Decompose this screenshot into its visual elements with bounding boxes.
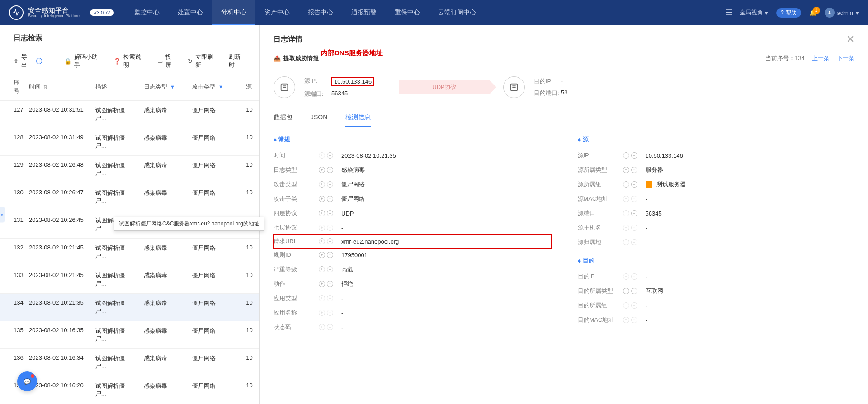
table-row[interactable]: 1352023-08-02 10:16:35试图解析僵尸...感染病毒僵尸网络1… xyxy=(0,321,259,349)
plus-icon[interactable]: + xyxy=(319,295,325,301)
table-row[interactable]: 1322023-08-02 10:21:45试图解析僵尸...感染病毒僵尸网络1… xyxy=(0,239,259,266)
nav-item[interactable]: 资产中心 xyxy=(255,0,299,25)
plus-icon[interactable]: + xyxy=(623,225,629,231)
column-logtype[interactable]: 日志类型▼ xyxy=(139,79,188,95)
dst-ip-label: 目的IP: xyxy=(534,77,561,85)
nav-item[interactable]: 监控中心 xyxy=(125,0,169,25)
nav-item[interactable]: 报告中心 xyxy=(299,0,342,25)
table-row[interactable]: 1332023-08-02 10:21:45试图解析僵尸...感染病毒僵尸网络1… xyxy=(0,266,259,294)
plus-icon[interactable]: + xyxy=(319,181,325,188)
tab[interactable]: 数据包 xyxy=(274,109,292,127)
notifications-button[interactable]: 🔔1 xyxy=(809,9,816,16)
plus-icon[interactable]: + xyxy=(319,152,325,159)
nav-item[interactable]: 通报预警 xyxy=(342,0,386,25)
plus-icon[interactable]: + xyxy=(623,196,629,202)
prev-button[interactable]: 上一条 xyxy=(812,54,830,62)
extract-threat-button[interactable]: 📤提取威胁情报 xyxy=(274,54,319,62)
table-row[interactable]: 1272023-08-02 10:31:51试图解析僵尸...感染病毒僵尸网络1… xyxy=(0,101,259,128)
flow-diagram: 源IP: 10.50.133.146 源端口: 56345 UDP协议 目的IP… xyxy=(274,68,854,106)
plus-icon[interactable]: + xyxy=(319,310,325,316)
plus-icon[interactable]: + xyxy=(623,167,629,173)
nav-item[interactable]: 重保中心 xyxy=(386,0,429,25)
minus-icon[interactable]: − xyxy=(327,167,333,173)
global-view-dropdown[interactable]: 全局视角 ▾ xyxy=(740,9,768,17)
minus-icon[interactable]: − xyxy=(327,238,333,244)
nav-item[interactable]: 云端订阅中心 xyxy=(429,0,485,25)
kv-row: 源归属地+− xyxy=(578,235,855,249)
export-button[interactable]: ⇪导出i xyxy=(14,53,42,69)
nav-item[interactable]: 分析中心 xyxy=(212,0,255,25)
plus-icon[interactable]: + xyxy=(623,210,629,216)
nav-more-icon[interactable]: ☰ xyxy=(719,8,740,18)
plus-icon[interactable]: + xyxy=(319,266,325,272)
minus-icon[interactable]: − xyxy=(327,196,333,202)
plus-icon[interactable]: + xyxy=(319,324,325,330)
plus-icon[interactable]: + xyxy=(319,167,325,173)
minus-icon[interactable]: − xyxy=(327,310,333,316)
nav-item[interactable]: 处置中心 xyxy=(169,0,212,25)
minus-icon[interactable]: − xyxy=(631,181,637,188)
column-atktype[interactable]: 攻击类型▼ xyxy=(188,79,241,95)
table-row[interactable]: 1342023-08-02 10:21:35试图解析僵尸...感染病毒僵尸网络1… xyxy=(0,294,259,321)
plus-icon[interactable]: + xyxy=(623,152,629,159)
table-row[interactable]: 1372023-08-02 10:16:20试图解析僵尸...感染病毒僵尸网络1… xyxy=(0,376,259,404)
minus-icon[interactable]: − xyxy=(631,239,637,245)
table-row[interactable]: 1302023-08-02 10:26:47试图解析僵尸...感染病毒僵尸网络1… xyxy=(0,183,259,211)
decode-button[interactable]: 🔒解码小助手 xyxy=(64,53,103,69)
minus-icon[interactable]: − xyxy=(631,210,637,216)
plus-icon[interactable]: + xyxy=(623,317,629,323)
kv-value: - xyxy=(341,225,343,231)
expand-handle[interactable]: » xyxy=(0,207,5,223)
plus-icon[interactable]: + xyxy=(319,196,325,202)
minus-icon[interactable]: − xyxy=(327,324,333,330)
minus-icon[interactable]: − xyxy=(631,196,637,202)
plus-icon[interactable]: + xyxy=(319,210,325,216)
minus-icon[interactable]: − xyxy=(327,210,333,216)
kv-row: 源主机名+−- xyxy=(578,221,855,235)
column-desc[interactable]: 描述 xyxy=(91,79,139,95)
plus-icon[interactable]: + xyxy=(319,238,325,244)
minus-icon[interactable]: − xyxy=(327,266,333,272)
minus-icon[interactable]: − xyxy=(631,273,637,280)
minus-icon[interactable]: − xyxy=(631,288,637,294)
plus-icon[interactable]: + xyxy=(623,302,629,309)
minus-icon[interactable]: − xyxy=(327,225,333,231)
table-row[interactable]: 1292023-08-02 10:26:48试图解析僵尸...感染病毒僵尸网络1… xyxy=(0,156,259,183)
chat-button[interactable]: 💬 xyxy=(17,371,37,391)
plus-icon[interactable]: + xyxy=(623,273,629,280)
user-menu[interactable]: admin ▾ xyxy=(825,8,859,18)
minus-icon[interactable]: − xyxy=(631,317,637,323)
refresh-button[interactable]: ↻立即刷新 xyxy=(188,53,218,69)
filter-icon[interactable]: ▼ xyxy=(218,84,223,89)
minus-icon[interactable]: − xyxy=(327,252,333,258)
minus-icon[interactable]: − xyxy=(631,152,637,159)
plus-icon[interactable]: + xyxy=(319,252,325,258)
plus-icon[interactable]: + xyxy=(319,281,325,287)
close-button[interactable]: ✕ xyxy=(846,33,854,45)
table-row[interactable]: 1362023-08-02 10:16:34试图解析僵尸...感染病毒僵尸网络1… xyxy=(0,349,259,376)
minus-icon[interactable]: − xyxy=(327,295,333,301)
tab[interactable]: 检测信息 xyxy=(345,109,371,127)
minus-icon[interactable]: − xyxy=(631,167,637,173)
tab[interactable]: JSON xyxy=(311,109,327,127)
help-button[interactable]: ? 帮助 xyxy=(776,8,801,18)
plus-icon[interactable]: + xyxy=(623,288,629,294)
filter-icon[interactable]: ▼ xyxy=(170,84,175,89)
minus-icon[interactable]: − xyxy=(327,281,333,287)
next-button[interactable]: 下一条 xyxy=(837,54,854,62)
table-row[interactable]: 1282023-08-02 10:31:49试图解析僵尸...感染病毒僵尸网络1… xyxy=(0,128,259,156)
minus-icon[interactable]: − xyxy=(327,152,333,159)
search-help-button[interactable]: ❓检索说明 xyxy=(113,53,146,69)
column-seq[interactable]: 序号 xyxy=(0,79,24,95)
kv-label: 日志类型 xyxy=(274,166,319,174)
minus-icon[interactable]: − xyxy=(327,181,333,188)
plus-icon[interactable]: + xyxy=(623,181,629,188)
plus-icon[interactable]: + xyxy=(623,239,629,245)
minus-icon[interactable]: − xyxy=(631,225,637,231)
column-time[interactable]: 时间⇅ xyxy=(24,79,91,95)
logo-subtitle: Security Intelligence Platform xyxy=(28,14,81,19)
plus-icon[interactable]: + xyxy=(319,225,325,231)
cast-button[interactable]: ▭投屏 xyxy=(157,53,177,69)
minus-icon[interactable]: − xyxy=(631,302,637,309)
column-src[interactable]: 源 xyxy=(241,79,259,95)
